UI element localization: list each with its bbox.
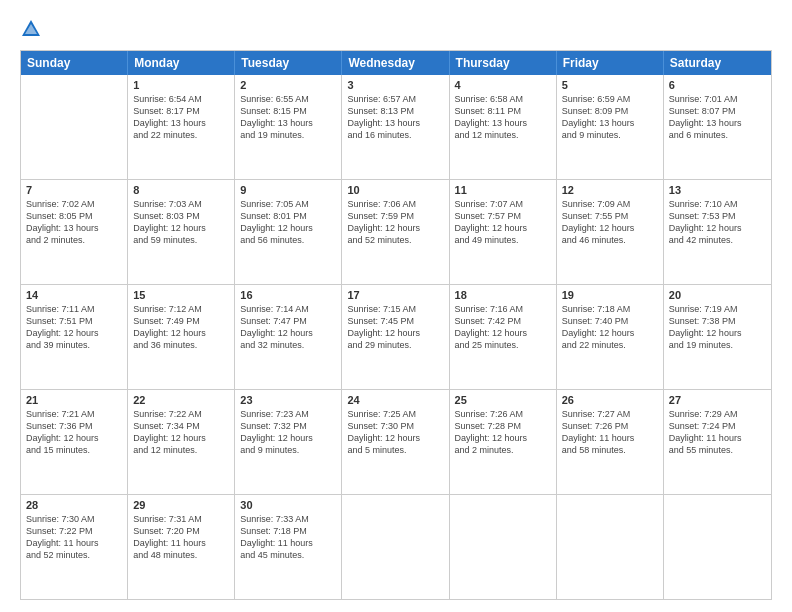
calendar-header-day: Monday — [128, 51, 235, 75]
cell-daylight-info: Sunrise: 7:07 AM Sunset: 7:57 PM Dayligh… — [455, 198, 551, 247]
cell-date-number: 29 — [133, 499, 229, 511]
calendar-cell: 13Sunrise: 7:10 AM Sunset: 7:53 PM Dayli… — [664, 180, 771, 284]
calendar-cell: 6Sunrise: 7:01 AM Sunset: 8:07 PM Daylig… — [664, 75, 771, 179]
cell-date-number: 16 — [240, 289, 336, 301]
calendar-cell: 1Sunrise: 6:54 AM Sunset: 8:17 PM Daylig… — [128, 75, 235, 179]
cell-daylight-info: Sunrise: 6:54 AM Sunset: 8:17 PM Dayligh… — [133, 93, 229, 142]
cell-date-number: 28 — [26, 499, 122, 511]
cell-date-number: 15 — [133, 289, 229, 301]
cell-date-number: 24 — [347, 394, 443, 406]
calendar-week-row: 7Sunrise: 7:02 AM Sunset: 8:05 PM Daylig… — [21, 180, 771, 285]
cell-daylight-info: Sunrise: 7:33 AM Sunset: 7:18 PM Dayligh… — [240, 513, 336, 562]
calendar-header-row: SundayMondayTuesdayWednesdayThursdayFrid… — [21, 51, 771, 75]
calendar-cell: 15Sunrise: 7:12 AM Sunset: 7:49 PM Dayli… — [128, 285, 235, 389]
cell-daylight-info: Sunrise: 7:30 AM Sunset: 7:22 PM Dayligh… — [26, 513, 122, 562]
calendar-cell: 28Sunrise: 7:30 AM Sunset: 7:22 PM Dayli… — [21, 495, 128, 599]
cell-date-number: 23 — [240, 394, 336, 406]
calendar: SundayMondayTuesdayWednesdayThursdayFrid… — [20, 50, 772, 600]
logo-icon — [20, 18, 42, 40]
cell-daylight-info: Sunrise: 7:16 AM Sunset: 7:42 PM Dayligh… — [455, 303, 551, 352]
calendar-week-row: 28Sunrise: 7:30 AM Sunset: 7:22 PM Dayli… — [21, 495, 771, 599]
cell-date-number: 12 — [562, 184, 658, 196]
calendar-cell: 7Sunrise: 7:02 AM Sunset: 8:05 PM Daylig… — [21, 180, 128, 284]
cell-date-number: 18 — [455, 289, 551, 301]
cell-daylight-info: Sunrise: 6:57 AM Sunset: 8:13 PM Dayligh… — [347, 93, 443, 142]
cell-daylight-info: Sunrise: 7:29 AM Sunset: 7:24 PM Dayligh… — [669, 408, 766, 457]
calendar-week-row: 21Sunrise: 7:21 AM Sunset: 7:36 PM Dayli… — [21, 390, 771, 495]
cell-date-number: 9 — [240, 184, 336, 196]
cell-daylight-info: Sunrise: 7:25 AM Sunset: 7:30 PM Dayligh… — [347, 408, 443, 457]
calendar-cell: 3Sunrise: 6:57 AM Sunset: 8:13 PM Daylig… — [342, 75, 449, 179]
cell-date-number: 1 — [133, 79, 229, 91]
cell-date-number: 17 — [347, 289, 443, 301]
cell-date-number: 27 — [669, 394, 766, 406]
calendar-cell: 24Sunrise: 7:25 AM Sunset: 7:30 PM Dayli… — [342, 390, 449, 494]
cell-daylight-info: Sunrise: 7:27 AM Sunset: 7:26 PM Dayligh… — [562, 408, 658, 457]
calendar-cell: 9Sunrise: 7:05 AM Sunset: 8:01 PM Daylig… — [235, 180, 342, 284]
calendar-cell: 22Sunrise: 7:22 AM Sunset: 7:34 PM Dayli… — [128, 390, 235, 494]
page: SundayMondayTuesdayWednesdayThursdayFrid… — [0, 0, 792, 612]
calendar-cell: 18Sunrise: 7:16 AM Sunset: 7:42 PM Dayli… — [450, 285, 557, 389]
calendar-header-day: Sunday — [21, 51, 128, 75]
calendar-body: 1Sunrise: 6:54 AM Sunset: 8:17 PM Daylig… — [21, 75, 771, 599]
cell-daylight-info: Sunrise: 7:05 AM Sunset: 8:01 PM Dayligh… — [240, 198, 336, 247]
calendar-cell: 23Sunrise: 7:23 AM Sunset: 7:32 PM Dayli… — [235, 390, 342, 494]
calendar-cell — [450, 495, 557, 599]
cell-date-number: 19 — [562, 289, 658, 301]
calendar-cell: 8Sunrise: 7:03 AM Sunset: 8:03 PM Daylig… — [128, 180, 235, 284]
calendar-week-row: 1Sunrise: 6:54 AM Sunset: 8:17 PM Daylig… — [21, 75, 771, 180]
calendar-header-day: Saturday — [664, 51, 771, 75]
calendar-cell: 29Sunrise: 7:31 AM Sunset: 7:20 PM Dayli… — [128, 495, 235, 599]
cell-daylight-info: Sunrise: 7:26 AM Sunset: 7:28 PM Dayligh… — [455, 408, 551, 457]
cell-daylight-info: Sunrise: 7:09 AM Sunset: 7:55 PM Dayligh… — [562, 198, 658, 247]
cell-daylight-info: Sunrise: 6:55 AM Sunset: 8:15 PM Dayligh… — [240, 93, 336, 142]
cell-date-number: 7 — [26, 184, 122, 196]
cell-date-number: 6 — [669, 79, 766, 91]
cell-date-number: 3 — [347, 79, 443, 91]
calendar-week-row: 14Sunrise: 7:11 AM Sunset: 7:51 PM Dayli… — [21, 285, 771, 390]
cell-date-number: 25 — [455, 394, 551, 406]
calendar-cell: 30Sunrise: 7:33 AM Sunset: 7:18 PM Dayli… — [235, 495, 342, 599]
cell-daylight-info: Sunrise: 7:03 AM Sunset: 8:03 PM Dayligh… — [133, 198, 229, 247]
logo — [20, 18, 44, 40]
calendar-cell: 19Sunrise: 7:18 AM Sunset: 7:40 PM Dayli… — [557, 285, 664, 389]
cell-daylight-info: Sunrise: 7:14 AM Sunset: 7:47 PM Dayligh… — [240, 303, 336, 352]
cell-daylight-info: Sunrise: 7:02 AM Sunset: 8:05 PM Dayligh… — [26, 198, 122, 247]
header — [20, 18, 772, 40]
cell-date-number: 14 — [26, 289, 122, 301]
calendar-cell — [342, 495, 449, 599]
calendar-cell — [664, 495, 771, 599]
cell-daylight-info: Sunrise: 6:59 AM Sunset: 8:09 PM Dayligh… — [562, 93, 658, 142]
calendar-cell: 16Sunrise: 7:14 AM Sunset: 7:47 PM Dayli… — [235, 285, 342, 389]
cell-daylight-info: Sunrise: 7:12 AM Sunset: 7:49 PM Dayligh… — [133, 303, 229, 352]
cell-date-number: 2 — [240, 79, 336, 91]
calendar-cell: 17Sunrise: 7:15 AM Sunset: 7:45 PM Dayli… — [342, 285, 449, 389]
cell-daylight-info: Sunrise: 7:21 AM Sunset: 7:36 PM Dayligh… — [26, 408, 122, 457]
cell-daylight-info: Sunrise: 7:11 AM Sunset: 7:51 PM Dayligh… — [26, 303, 122, 352]
calendar-cell — [557, 495, 664, 599]
cell-date-number: 10 — [347, 184, 443, 196]
cell-date-number: 13 — [669, 184, 766, 196]
calendar-header-day: Thursday — [450, 51, 557, 75]
calendar-cell: 12Sunrise: 7:09 AM Sunset: 7:55 PM Dayli… — [557, 180, 664, 284]
cell-date-number: 26 — [562, 394, 658, 406]
cell-date-number: 22 — [133, 394, 229, 406]
calendar-cell: 26Sunrise: 7:27 AM Sunset: 7:26 PM Dayli… — [557, 390, 664, 494]
calendar-cell — [21, 75, 128, 179]
cell-date-number: 21 — [26, 394, 122, 406]
calendar-cell: 4Sunrise: 6:58 AM Sunset: 8:11 PM Daylig… — [450, 75, 557, 179]
calendar-header-day: Tuesday — [235, 51, 342, 75]
calendar-cell: 11Sunrise: 7:07 AM Sunset: 7:57 PM Dayli… — [450, 180, 557, 284]
cell-daylight-info: Sunrise: 7:06 AM Sunset: 7:59 PM Dayligh… — [347, 198, 443, 247]
calendar-cell: 14Sunrise: 7:11 AM Sunset: 7:51 PM Dayli… — [21, 285, 128, 389]
cell-daylight-info: Sunrise: 7:23 AM Sunset: 7:32 PM Dayligh… — [240, 408, 336, 457]
cell-daylight-info: Sunrise: 7:22 AM Sunset: 7:34 PM Dayligh… — [133, 408, 229, 457]
cell-date-number: 8 — [133, 184, 229, 196]
cell-daylight-info: Sunrise: 7:18 AM Sunset: 7:40 PM Dayligh… — [562, 303, 658, 352]
cell-daylight-info: Sunrise: 7:19 AM Sunset: 7:38 PM Dayligh… — [669, 303, 766, 352]
calendar-cell: 5Sunrise: 6:59 AM Sunset: 8:09 PM Daylig… — [557, 75, 664, 179]
calendar-cell: 2Sunrise: 6:55 AM Sunset: 8:15 PM Daylig… — [235, 75, 342, 179]
cell-date-number: 5 — [562, 79, 658, 91]
cell-daylight-info: Sunrise: 7:01 AM Sunset: 8:07 PM Dayligh… — [669, 93, 766, 142]
cell-date-number: 30 — [240, 499, 336, 511]
